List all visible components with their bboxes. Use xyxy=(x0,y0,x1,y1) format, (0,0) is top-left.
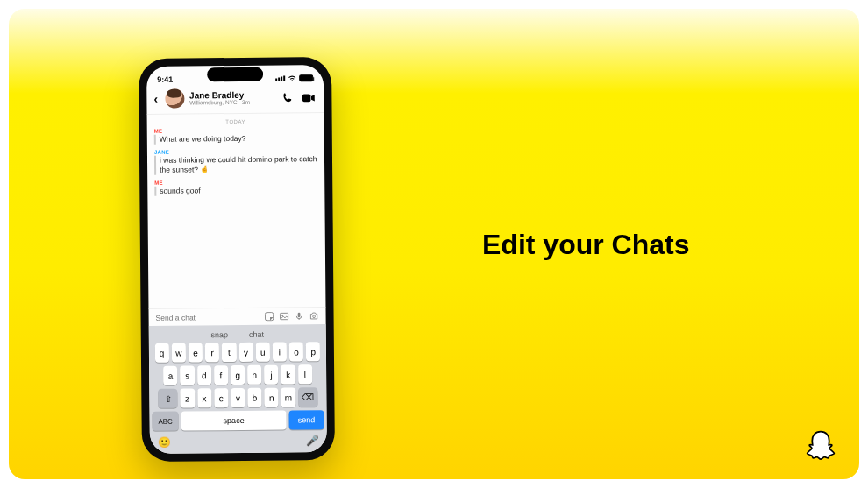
avatar[interactable] xyxy=(165,89,184,109)
suggestion[interactable]: snap xyxy=(210,330,228,339)
key-l[interactable]: l xyxy=(298,364,312,384)
key-shift[interactable]: ⇧ xyxy=(159,389,178,408)
key-send[interactable]: send xyxy=(289,410,324,429)
message-text: What are we doing today? xyxy=(154,133,317,145)
keyboard: snap chat q w e r t y u i o p a s xyxy=(149,324,327,454)
emoji-key[interactable]: 🙂 xyxy=(158,436,171,449)
keyboard-row-3: ⇧ z x c v b n m ⌫ xyxy=(152,387,324,408)
svg-rect-4 xyxy=(298,313,301,318)
keyboard-suggestions: snap chat xyxy=(152,328,324,343)
key-a[interactable]: a xyxy=(163,366,177,385)
key-v[interactable]: v xyxy=(231,388,245,407)
date-separator: TODAY xyxy=(154,118,317,125)
keyboard-row-1: q w e r t y u i o p xyxy=(152,342,324,363)
headline: Edit your Chats xyxy=(482,228,689,260)
promo-stage: Edit your Chats 9:41 ‹ Jane Bradley Will… xyxy=(9,9,859,479)
message-text: i was thinking we could hit domino park … xyxy=(154,154,317,175)
key-f[interactable]: f xyxy=(214,365,228,385)
chat-input[interactable] xyxy=(156,312,260,322)
key-backspace[interactable]: ⌫ xyxy=(298,387,317,407)
key-c[interactable]: c xyxy=(214,388,228,407)
phone-screen: 9:41 ‹ Jane Bradley Williamsburg, NYC · … xyxy=(146,65,327,454)
dictation-key[interactable]: 🎤 xyxy=(306,435,319,447)
key-n[interactable]: n xyxy=(265,388,279,407)
key-g[interactable]: g xyxy=(231,365,245,385)
call-icon[interactable] xyxy=(281,92,293,103)
signal-icon xyxy=(275,76,285,81)
key-y[interactable]: y xyxy=(238,343,253,362)
messages-area[interactable]: TODAY ME What are we doing today? JANE i… xyxy=(147,113,326,308)
key-p[interactable]: p xyxy=(306,342,320,361)
chat-input-row xyxy=(148,307,325,326)
status-indicators xyxy=(275,74,313,81)
key-k[interactable]: k xyxy=(281,364,295,384)
message-me-1[interactable]: ME What are we doing today? xyxy=(154,127,317,145)
key-b[interactable]: b xyxy=(247,388,261,407)
suggestion[interactable]: chat xyxy=(249,330,264,339)
svg-rect-1 xyxy=(265,313,273,321)
svg-point-5 xyxy=(313,315,316,318)
key-i[interactable]: i xyxy=(273,343,287,362)
keyboard-row-4: ABC space send xyxy=(153,410,324,431)
key-u[interactable]: u xyxy=(256,343,270,362)
camera-icon[interactable] xyxy=(309,311,319,321)
snapchat-ghost-icon xyxy=(801,428,840,467)
back-button[interactable]: ‹ xyxy=(152,92,160,106)
key-x[interactable]: x xyxy=(197,388,211,407)
message-other-1[interactable]: JANE i was thinking we could hit domino … xyxy=(154,148,317,175)
contact-subtitle: Williamsburg, NYC · 3m xyxy=(189,99,276,105)
key-h[interactable]: h xyxy=(247,365,261,385)
phone-frame: 9:41 ‹ Jane Bradley Williamsburg, NYC · … xyxy=(139,57,335,462)
sticker-icon[interactable] xyxy=(265,312,274,322)
key-e[interactable]: e xyxy=(189,343,203,362)
key-j[interactable]: j xyxy=(264,365,278,385)
key-space[interactable]: space xyxy=(181,411,287,431)
status-time: 9:41 xyxy=(157,75,173,84)
message-text: sounds goof xyxy=(154,185,317,196)
key-m[interactable]: m xyxy=(281,387,295,407)
svg-rect-0 xyxy=(302,94,310,102)
key-s[interactable]: s xyxy=(180,365,194,385)
key-abc[interactable]: ABC xyxy=(153,412,179,431)
keyboard-row-2: a s d f g h j k l xyxy=(152,364,324,385)
mic-icon[interactable] xyxy=(295,311,304,321)
key-d[interactable]: d xyxy=(197,365,211,385)
key-w[interactable]: w xyxy=(172,343,186,363)
key-o[interactable]: o xyxy=(289,342,303,361)
wifi-icon xyxy=(288,74,296,81)
video-call-icon[interactable] xyxy=(302,93,315,103)
key-q[interactable]: q xyxy=(154,343,168,363)
key-r[interactable]: r xyxy=(205,343,219,362)
message-me-2[interactable]: ME sounds goof xyxy=(154,179,317,196)
header-text[interactable]: Jane Bradley Williamsburg, NYC · 3m xyxy=(189,90,276,105)
phone-notch xyxy=(207,67,263,82)
gallery-icon[interactable] xyxy=(280,311,289,321)
chat-header: ‹ Jane Bradley Williamsburg, NYC · 3m xyxy=(146,86,324,115)
key-t[interactable]: t xyxy=(222,343,236,362)
battery-icon xyxy=(299,74,313,81)
key-z[interactable]: z xyxy=(181,388,195,407)
